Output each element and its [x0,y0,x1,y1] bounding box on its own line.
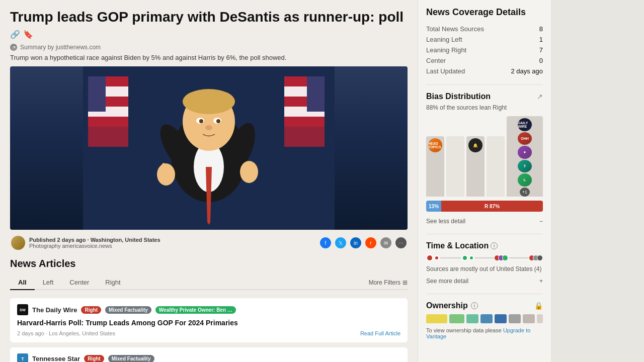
purple-avatar: ● [518,146,532,159]
tab-all[interactable]: All [10,276,35,290]
ownership-upgrade-text: To view ownership data please Upgrade to… [426,327,543,339]
article-title: Trump leads GOP primary with DeSantis as… [10,8,408,40]
leaning-right-label: Leaning Right [426,46,466,54]
linkedin-share-icon[interactable]: in [350,237,361,248]
last-updated-value: 2 days ago [511,67,543,75]
link-icon[interactable]: 🔗 [10,30,20,40]
time-location-title: Time & Location i [426,241,543,250]
notus-avatar: 🔔 [468,138,482,152]
divider-1 [426,84,543,85]
news-articles-title: News Articles [10,258,408,269]
see-less-label: See less detail [426,218,465,225]
right-sidebar: News Coverage Details Total News Sources… [418,0,551,362]
ownership-seg-1 [426,314,447,323]
card-title-1: Harvard-Harris Poll: Trump Leads Among G… [17,318,400,328]
daily-wire-logo: DW [17,304,28,315]
total-sources-value: 8 [539,25,543,33]
tl-dot-4 [469,255,474,260]
tl-sources-text: Sources are mostly out of United States … [426,265,543,273]
stats-row-total: Total News Sources 8 [426,24,543,34]
tl-timeline [426,254,543,261]
tl-line-3 [509,257,530,258]
photography-text: Photography americasvoice.news [29,243,112,249]
tl-dot-2 [434,255,439,260]
time-location-info-icon[interactable]: i [491,242,498,249]
time-location-title-text: Time & Location [426,241,489,250]
last-updated-label: Last Updated [426,67,465,75]
summary-icon: ◔ [10,44,17,51]
source-name-1: The Daily Wire [32,306,77,314]
ownership-title-text: Ownership [426,301,468,310]
bookmark-icon[interactable]: 🔖 [23,30,33,40]
see-more-label: See more detail [426,278,468,285]
article-card-2: T Tennessee Star Right Mixed Factuality … [10,347,408,362]
tl-dot-cluster [496,255,508,261]
headtopics-avatar: HEAD TOPICS [428,138,442,152]
filter-tabs: All Left Center Right More Filters ⊞ [10,276,408,290]
total-sources-label: Total News Sources [426,25,484,33]
bias-distribution-title: Bias Distribution [426,92,491,101]
tab-right[interactable]: Right [97,276,128,290]
social-icons: f 𝕏 in r ✉ ⋯ [320,237,407,248]
twitter-share-icon[interactable]: 𝕏 [335,237,346,248]
factuality-badge-2: Mixed Factuality [108,355,154,362]
ownership-info-icon[interactable]: i [471,302,478,309]
ownership-seg-2 [449,314,464,323]
ownership-seg-3 [466,314,478,323]
svg-rect-13 [284,117,325,127]
email-share-icon[interactable]: ✉ [380,237,391,248]
tl-line-1 [440,257,461,258]
facebook-share-icon[interactable]: f [320,237,331,248]
expand-icon[interactable]: ↗ [537,93,543,101]
article-description: Trump won a hypothetical race against Bi… [10,54,408,61]
ownership-color-bar [426,314,543,323]
svg-rect-27 [163,167,170,182]
ohh-avatar: OHH [518,132,532,145]
divider-3 [426,294,543,294]
published-text: Published 2 days ago · Washington, Unite… [29,237,160,243]
bias-bar: 13% R 87% [426,201,543,212]
card-meta-1: 2 days ago · Los Angeles, United States … [17,330,400,336]
teal-avatar: T [518,160,532,173]
see-more-detail-button[interactable]: See more detail + [426,276,543,287]
leaning-left-label: Leaning Left [426,36,462,43]
tab-center[interactable]: Center [61,276,97,290]
ownership-title: Ownership i 🔒 [426,301,543,310]
ownership-seg-4 [480,314,493,323]
svg-point-19 [183,89,235,114]
ownership-seg-6 [509,314,521,323]
card-timestamp-1: 2 days ago · Los Angeles, United States [17,330,115,336]
stats-row-center: Center 0 [426,55,543,66]
svg-rect-6 [88,117,128,127]
leaning-right-value: 7 [539,46,543,54]
ownership-lock-icon: 🔒 [534,302,543,310]
tl-cluster-dot-3 [502,255,508,261]
center-label: Center [426,57,446,64]
sidebar-title: News Coverage Details [426,7,543,18]
ownership-seg-8 [537,314,543,323]
stats-table: Total News Sources 8 Leaning Left 1 Lean… [426,24,543,76]
ownership-section: Ownership i 🔒 To view ownership data ple… [426,301,543,339]
read-full-article-1[interactable]: Read Full Article [360,330,400,336]
divider-2 [426,234,543,234]
see-less-detail-button[interactable]: See less detail − [426,216,543,227]
center-value: 0 [539,57,543,64]
share-icon[interactable]: ⋯ [395,237,407,248]
plus-count-badge: +1 [520,188,530,197]
time-location-section: Time & Location i Sources are mostly [426,241,543,287]
author-avatar [11,236,25,250]
article-meta-text: Published 2 days ago · Washington, Unite… [29,237,160,249]
plus-icon: + [539,278,543,285]
card-header-1: DW The Daily Wire Right Mixed Factuality… [17,304,400,315]
reddit-share-icon[interactable]: r [365,237,376,248]
svg-rect-7 [88,76,106,112]
bias-subtitle: 88% of the sources lean Right [426,104,543,111]
article-title-icons: 🔗 🔖 [10,30,33,40]
article-title-text: Trump leads GOP primary with DeSantis as… [10,8,404,26]
source-name-2: Tennessee Star [32,355,80,362]
news-articles-section: News Articles All Left Center Right More… [10,258,408,362]
bias-col-5: DAILY WIRE OHH ● T L +1 [507,116,543,197]
summary-bar: ◔ Summary by justthenews.com [10,44,408,51]
tab-left[interactable]: Left [35,276,62,290]
more-filters-button[interactable]: More Filters ⊞ [369,279,408,286]
